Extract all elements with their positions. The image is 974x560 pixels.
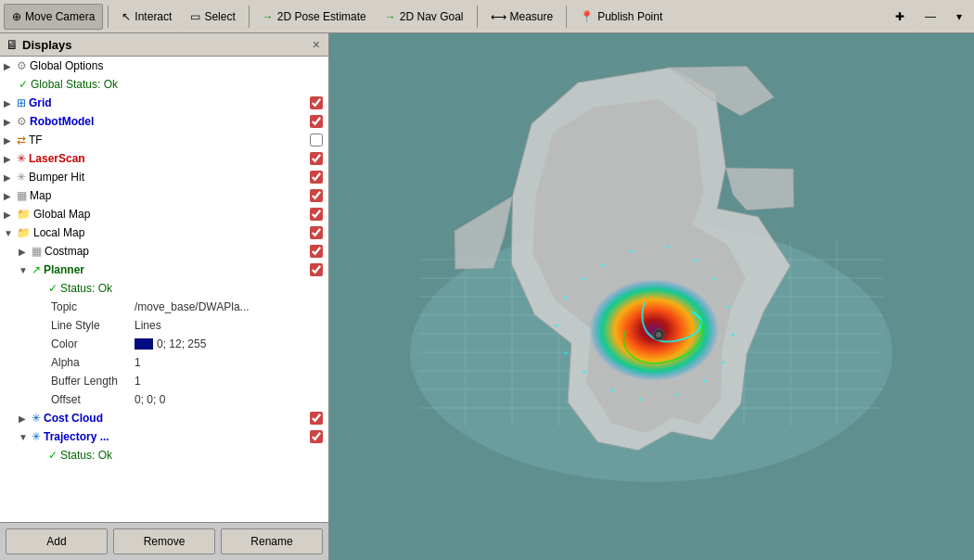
- publish-point-button[interactable]: 📍 Publish Point: [571, 4, 671, 30]
- tf-label: TF: [29, 134, 310, 146]
- interact-button[interactable]: ↖ Interact: [113, 4, 180, 30]
- svg-point-38: [630, 250, 633, 253]
- separator-3: [477, 6, 478, 28]
- local-map-label: Local Map: [33, 226, 310, 239]
- tree-item-map[interactable]: ▶ ▦ Map: [0, 186, 328, 205]
- svg-point-37: [667, 246, 670, 248]
- minus-toolbar-icon: —: [925, 10, 936, 23]
- arrow-laser-scan[interactable]: ▶: [4, 154, 17, 164]
- color-label: Color: [51, 337, 135, 350]
- minus-toolbar-button[interactable]: —: [916, 4, 944, 30]
- tree-item-planner[interactable]: ▼ ↗ Planner: [0, 261, 328, 279]
- displays-panel-icon: 🖥: [6, 37, 19, 52]
- arrow-global-options[interactable]: ▶: [4, 61, 17, 71]
- planner-buffer-row: Buffer Length 1: [0, 372, 328, 390]
- arrow-costmap[interactable]: ▶: [19, 247, 32, 257]
- viewport-panel[interactable]: [329, 33, 974, 560]
- rename-button[interactable]: Rename: [221, 528, 323, 554]
- arrow-bumper-hit[interactable]: ▶: [4, 172, 17, 183]
- bottom-buttons: Add Remove Rename: [0, 522, 328, 560]
- cost-cloud-checkbox[interactable]: [310, 412, 323, 425]
- add-button[interactable]: Add: [6, 528, 108, 554]
- svg-point-36: [695, 260, 698, 262]
- arrow-grid[interactable]: ▶: [4, 98, 17, 108]
- separator-1: [108, 6, 109, 28]
- robot-model-checkbox[interactable]: [310, 115, 323, 128]
- tree-item-robot-model[interactable]: ▶ ⚙ RobotModel: [0, 112, 328, 131]
- map-checkbox[interactable]: [310, 189, 323, 202]
- displays-close-button[interactable]: ×: [310, 37, 323, 52]
- color-swatch[interactable]: [135, 338, 153, 350]
- planner-offset-row: Offset 0; 0; 0: [0, 390, 328, 409]
- tree-item-grid[interactable]: ▶ ⊞ Grid: [0, 94, 328, 112]
- separator-4: [566, 6, 567, 28]
- move-camera-label: Move Camera: [25, 10, 95, 23]
- laser-scan-icon: ✳: [17, 152, 26, 165]
- arrow-global-map[interactable]: ▶: [4, 210, 17, 220]
- alpha-value: 1: [135, 356, 141, 369]
- grid-icon: ⊞: [17, 96, 26, 109]
- planner-alpha-row: Alpha 1: [0, 353, 328, 372]
- planner-status-label: Status: Ok: [60, 282, 328, 295]
- global-options-label: Global Options: [30, 59, 328, 72]
- alpha-label: Alpha: [51, 356, 135, 369]
- displays-header: 🖥 Displays ×: [0, 33, 328, 57]
- tree-item-bumper-hit[interactable]: ▶ ✳ Bumper Hit: [0, 168, 328, 186]
- select-button[interactable]: ▭ Select: [182, 4, 243, 30]
- tree-item-laser-scan[interactable]: ▶ ✳ LaserScan: [0, 149, 328, 168]
- trajectory-checkbox[interactable]: [310, 430, 323, 443]
- costmap-label: Costmap: [45, 245, 310, 258]
- costmap-checkbox[interactable]: [310, 245, 323, 258]
- svg-point-24: [565, 297, 568, 299]
- global-map-icon: 📁: [17, 208, 31, 221]
- nav-goal-button[interactable]: → 2D Nav Goal: [377, 4, 472, 30]
- tree-item-local-map[interactable]: ▼ 📁 Local Map: [0, 223, 328, 242]
- robot-model-icon: ⚙: [17, 115, 27, 128]
- tf-checkbox[interactable]: [310, 134, 323, 146]
- laser-scan-checkbox[interactable]: [310, 152, 323, 165]
- tree-item-tf[interactable]: ▶ ⇄ TF: [0, 131, 328, 149]
- remove-button[interactable]: Remove: [113, 528, 215, 554]
- arrow-tf[interactable]: ▶: [4, 135, 17, 146]
- tree-item-cost-cloud[interactable]: ▶ ✳ Cost Cloud: [0, 409, 328, 427]
- tree-item-trajectory[interactable]: ▼ ✳ Trajectory ...: [0, 427, 328, 446]
- arrow-cost-cloud[interactable]: ▶: [19, 414, 32, 424]
- separator-2: [249, 6, 250, 28]
- tree-item-planner-status[interactable]: ✓ Status: Ok: [0, 279, 328, 298]
- local-map-checkbox[interactable]: [310, 226, 323, 239]
- measure-button[interactable]: ⟷ Measure: [482, 4, 562, 30]
- bumper-hit-checkbox[interactable]: [310, 171, 323, 184]
- global-map-label: Global Map: [33, 208, 310, 221]
- move-camera-button[interactable]: ⊕ Move Camera: [4, 4, 103, 30]
- pose-estimate-icon: →: [263, 10, 274, 23]
- dropdown-toolbar-button[interactable]: ▾: [948, 4, 970, 30]
- arrow-map[interactable]: ▶: [4, 191, 17, 201]
- arrow-local-map[interactable]: ▼: [4, 228, 17, 238]
- add-toolbar-button[interactable]: ✚: [887, 4, 913, 30]
- global-options-icon: ⚙: [17, 59, 27, 72]
- left-panel: 🖥 Displays × ▶ ⚙ Global Options ✓ Global…: [0, 33, 329, 560]
- arrow-robot-model[interactable]: ▶: [4, 117, 17, 127]
- traj-status-label: Status: Ok: [60, 449, 328, 462]
- offset-value: 0; 0; 0: [135, 393, 165, 406]
- global-map-checkbox[interactable]: [310, 208, 323, 221]
- pose-estimate-button[interactable]: → 2D Pose Estimate: [254, 4, 375, 30]
- svg-point-39: [602, 264, 605, 267]
- tree-item-global-status[interactable]: ✓ Global Status: Ok: [0, 75, 328, 94]
- tree-item-global-map[interactable]: ▶ 📁 Global Map: [0, 205, 328, 223]
- arrow-planner[interactable]: ▼: [19, 265, 32, 275]
- map-icon: ▦: [17, 189, 27, 202]
- grid-checkbox[interactable]: [310, 96, 323, 109]
- svg-point-32: [723, 362, 725, 364]
- tree-item-traj-status[interactable]: ✓ Status: Ok: [0, 446, 328, 465]
- tree-item-global-options[interactable]: ▶ ⚙ Global Options: [0, 57, 328, 75]
- tree-item-costmap[interactable]: ▶ ▦ Costmap: [0, 242, 328, 261]
- publish-point-label: Publish Point: [597, 10, 662, 23]
- costmap-icon: ▦: [32, 245, 42, 258]
- svg-point-23: [583, 278, 586, 281]
- svg-point-25: [556, 325, 558, 327]
- tree-container[interactable]: ▶ ⚙ Global Options ✓ Global Status: Ok ▶…: [0, 57, 328, 522]
- planner-checkbox[interactable]: [310, 263, 323, 276]
- arrow-trajectory[interactable]: ▼: [19, 432, 32, 442]
- add-toolbar-icon: ✚: [895, 10, 904, 23]
